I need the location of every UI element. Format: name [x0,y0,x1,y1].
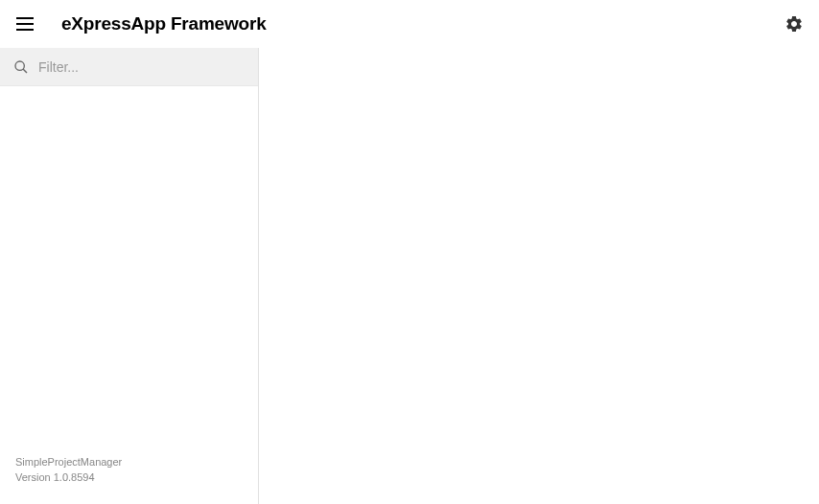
search-icon [13,59,29,75]
footer-version: Version 1.0.8594 [15,470,243,485]
gear-icon[interactable] [784,14,804,34]
svg-line-1 [23,69,27,73]
header-left: eXpressApp Framework [15,12,267,35]
sidebar-footer: SimpleProjectManager Version 1.0.8594 [0,446,258,504]
footer-app-name: SimpleProjectManager [15,455,243,470]
sidebar-content [0,86,258,446]
app-title: eXpressApp Framework [61,13,267,34]
body-container: SimpleProjectManager Version 1.0.8594 [0,48,819,504]
filter-input[interactable] [38,59,245,75]
app-header: eXpressApp Framework [0,0,819,48]
main-content [259,48,819,504]
hamburger-menu-button[interactable] [15,12,38,35]
search-container [0,48,258,86]
svg-point-0 [15,61,24,70]
sidebar: SimpleProjectManager Version 1.0.8594 [0,48,259,504]
